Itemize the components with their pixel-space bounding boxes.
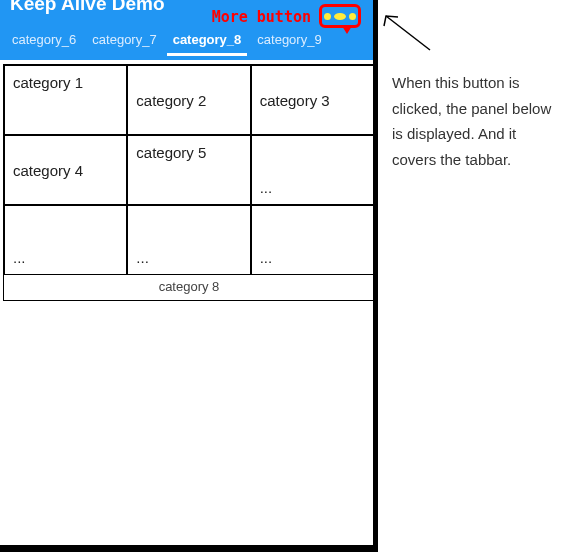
- tab-category-8[interactable]: category_8: [167, 28, 248, 56]
- grid-cell-label: category 3: [260, 92, 330, 109]
- grid-cell[interactable]: category 2: [127, 65, 250, 135]
- grid-cell[interactable]: category 4: [4, 135, 127, 205]
- annotation-arrow-icon: [378, 8, 438, 56]
- annotation-text: When this button is clicked, the panel b…: [392, 70, 560, 172]
- grid-cell[interactable]: category 3: [251, 65, 374, 135]
- tab-bar: category_6 category_7 category_8 categor…: [0, 28, 373, 56]
- grid-cell[interactable]: ...: [251, 135, 374, 205]
- tab-category-6[interactable]: category_6: [6, 28, 82, 56]
- grid-row: ... ... ...: [4, 205, 374, 275]
- grid-cell[interactable]: category 1: [4, 65, 127, 135]
- grid-cell-label: ...: [136, 249, 149, 266]
- grid-cell-label: ...: [260, 179, 273, 196]
- tab-category-9[interactable]: category_9: [251, 28, 327, 56]
- grid-cell-label: category 2: [136, 92, 206, 109]
- grid-cell-label: category 5: [136, 144, 206, 161]
- grid-cell-label: category 1: [13, 74, 83, 91]
- app-title: Keep Alive Demo: [10, 0, 165, 15]
- dot-icon: [349, 13, 356, 20]
- grid-row: category 1 category 2 category 3: [4, 65, 374, 135]
- phone-frame: Keep Alive Demo More button category_6 c…: [0, 0, 378, 552]
- grid-cell-label: ...: [13, 249, 26, 266]
- grid-row: category 4 category 5 ...: [4, 135, 374, 205]
- grid-cell[interactable]: category 5: [127, 135, 250, 205]
- svg-line-0: [386, 16, 430, 50]
- more-button[interactable]: [319, 4, 361, 28]
- grid-cell-label: category 4: [13, 162, 83, 179]
- tab-category-7[interactable]: category_7: [86, 28, 162, 56]
- category-grid-panel: category 1 category 2 category 3 categor…: [3, 64, 375, 301]
- app-header: Keep Alive Demo More button category_6 c…: [0, 0, 373, 60]
- dot-icon: [324, 13, 331, 20]
- grid-cell[interactable]: ...: [4, 205, 127, 275]
- grid-cell[interactable]: ...: [127, 205, 250, 275]
- more-button-annotation-label: More button: [212, 8, 311, 26]
- grid-cell[interactable]: ...: [251, 205, 374, 275]
- grid-footer-label: category 8: [4, 275, 374, 300]
- grid-cell-label: ...: [260, 249, 273, 266]
- dot-icon: [334, 13, 346, 20]
